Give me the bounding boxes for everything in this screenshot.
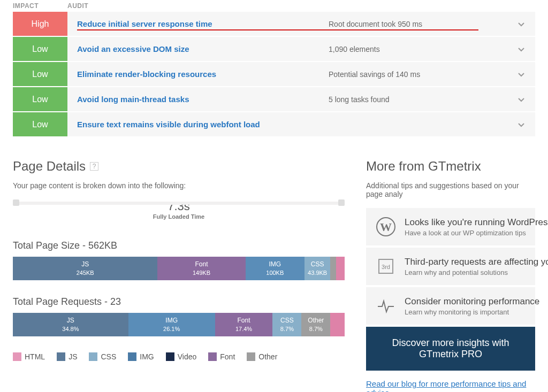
pro-banner[interactable]: Discover more insights with GTmetrix PRO [366, 327, 535, 371]
page-details-title: Page Details [13, 159, 86, 174]
legend-item: IMG [128, 352, 154, 361]
chevron-down-icon[interactable] [517, 45, 526, 53]
audit-title[interactable]: Avoid long main-thread tasks [77, 95, 329, 104]
bar-segment[interactable]: IMG26.1% [128, 313, 215, 336]
audit-content: Ensure text remains visible during webfo… [67, 112, 535, 136]
bar-segment[interactable] [330, 257, 336, 280]
help-icon[interactable]: ? [90, 162, 98, 171]
audit-row[interactable]: High Reduce initial server response time… [13, 12, 535, 36]
sidebar-heading: More from GTmetrix [366, 159, 535, 174]
audit-content: Reduce initial server response time Root… [67, 12, 535, 36]
wordpress-icon: W [376, 217, 396, 237]
impact-badge: Low [13, 62, 67, 86]
tip-desc: Learn why and potential solutions [405, 268, 548, 276]
tip-desc: Learn why monitoring is important [405, 308, 539, 316]
audit-header-row: IMPACT AUDIT [13, 0, 535, 12]
bar-segment[interactable]: JS34.8% [13, 313, 128, 336]
legend-swatch [57, 352, 65, 361]
bar-segment[interactable]: Other8.7% [301, 313, 330, 336]
tip-card[interactable]: 3rd Third-party requests are affecting y… [366, 248, 535, 285]
legend-item: HTML [13, 352, 45, 361]
bar-segment[interactable]: IMG100KB [246, 257, 305, 280]
page-details-desc: Your page content is broken down into th… [13, 181, 345, 190]
audit-content: Avoid long main-thread tasks 5 long task… [67, 87, 535, 111]
svg-text:W: W [380, 220, 392, 234]
bar-segment[interactable]: Font149KB [157, 257, 245, 280]
audit-detail: Potential savings of 140 ms [329, 70, 526, 79]
chevron-down-icon[interactable] [517, 95, 526, 104]
blog-link[interactable]: Read our blog for more performance tips … [366, 379, 535, 392]
chevron-down-icon[interactable] [517, 20, 526, 28]
tip-desc: Have a look at our WP optimization tips [405, 229, 548, 237]
tip-card[interactable]: Consider monitoring performance Learn wh… [366, 287, 535, 325]
legend-label: Video [178, 352, 197, 361]
impact-badge: Low [13, 112, 67, 136]
bar-segment[interactable]: CSS8.7% [272, 313, 301, 336]
chevron-down-icon[interactable] [517, 120, 526, 129]
bar-segment[interactable]: JS245KB [13, 257, 157, 280]
tip-body: Third-party requests are affecting your … [405, 257, 548, 276]
more-from-gtmetrix-panel: More from GTmetrix Additional tips and s… [366, 159, 535, 392]
legend-item: Font [208, 352, 235, 361]
tip-body: Consider monitoring performance Learn wh… [405, 296, 539, 316]
page-size-title: Total Page Size - 562KB [13, 240, 345, 251]
page-requests-chart: JS34.8%IMG26.1%Font17.4%CSS8.7%Other8.7% [13, 313, 345, 336]
legend-swatch [13, 352, 21, 361]
third-icon: 3rd [376, 256, 396, 276]
audit-title[interactable]: Eliminate render-blocking resources [77, 70, 329, 79]
legend-item: CSS [89, 352, 116, 361]
highlight-underline [77, 29, 478, 30]
impact-badge: Low [13, 37, 67, 61]
tip-body: Looks like you're running WordPress Have… [405, 217, 548, 237]
tip-title: Looks like you're running WordPress [405, 217, 548, 228]
legend-item: JS [57, 352, 77, 361]
pulse-icon [376, 296, 396, 316]
legend-swatch [166, 352, 174, 361]
impact-badge: Low [13, 87, 67, 111]
audit-title[interactable]: Reduce initial server response time [77, 19, 329, 28]
header-impact: IMPACT [13, 2, 67, 10]
legend-label: HTML [25, 352, 45, 361]
bar-segment[interactable]: Font17.4% [215, 313, 273, 336]
impact-badge: High [13, 12, 67, 36]
audit-detail: 5 long tasks found [329, 95, 526, 104]
audit-row[interactable]: Low Eliminate render-blocking resources … [13, 62, 535, 86]
audit-row[interactable]: Low Avoid an excessive DOM size 1,090 el… [13, 37, 535, 61]
chart-legend: HTMLJSCSSIMGVideoFontOther [13, 352, 345, 361]
bar-segment[interactable] [330, 313, 345, 336]
legend-swatch [89, 352, 97, 361]
legend-label: CSS [101, 352, 116, 361]
audit-detail: 1,090 elements [329, 45, 526, 53]
audit-detail: Root document took 950 ms [329, 20, 526, 28]
legend-item: Other [247, 352, 277, 361]
svg-text:3rd: 3rd [382, 264, 390, 270]
audit-title[interactable]: Ensure text remains visible during webfo… [77, 120, 329, 129]
legend-label: Font [220, 352, 235, 361]
audit-content: Avoid an excessive DOM size 1,090 elemen… [67, 37, 535, 61]
legend-swatch [247, 352, 255, 361]
audit-row[interactable]: Low Ensure text remains visible during w… [13, 112, 535, 136]
legend-label: JS [68, 352, 77, 361]
tip-title: Third-party requests are affecting your … [405, 257, 548, 267]
fully-loaded-label: Fully Loaded Time [13, 213, 345, 220]
tip-title: Consider monitoring performance [405, 296, 539, 307]
audit-content: Eliminate render-blocking resources Pote… [67, 62, 535, 86]
legend-label: IMG [140, 352, 154, 361]
legend-swatch [128, 352, 136, 361]
sidebar-desc: Additional tips and suggestions based on… [366, 181, 535, 198]
page-details-panel: Page Details ? Your page content is brok… [13, 159, 345, 392]
audit-title[interactable]: Avoid an excessive DOM size [77, 44, 329, 53]
bar-segment[interactable] [336, 257, 345, 280]
page-requests-title: Total Page Requests - 23 [13, 296, 345, 308]
legend-label: Other [258, 352, 277, 361]
header-audit: AUDIT [67, 2, 88, 10]
tip-card[interactable]: W Looks like you're running WordPress Ha… [366, 208, 535, 245]
bar-segment[interactable]: CSS43.9KB [305, 257, 330, 280]
legend-item: Video [166, 352, 197, 361]
fully-loaded-timeline: 7.3s Fully Loaded Time [13, 199, 345, 228]
chevron-down-icon[interactable] [517, 70, 526, 79]
audit-row[interactable]: Low Avoid long main-thread tasks 5 long … [13, 87, 535, 111]
legend-swatch [208, 352, 217, 361]
page-size-chart: JS245KBFont149KBIMG100KBCSS43.9KB [13, 257, 345, 280]
page-details-heading: Page Details ? [13, 159, 345, 174]
